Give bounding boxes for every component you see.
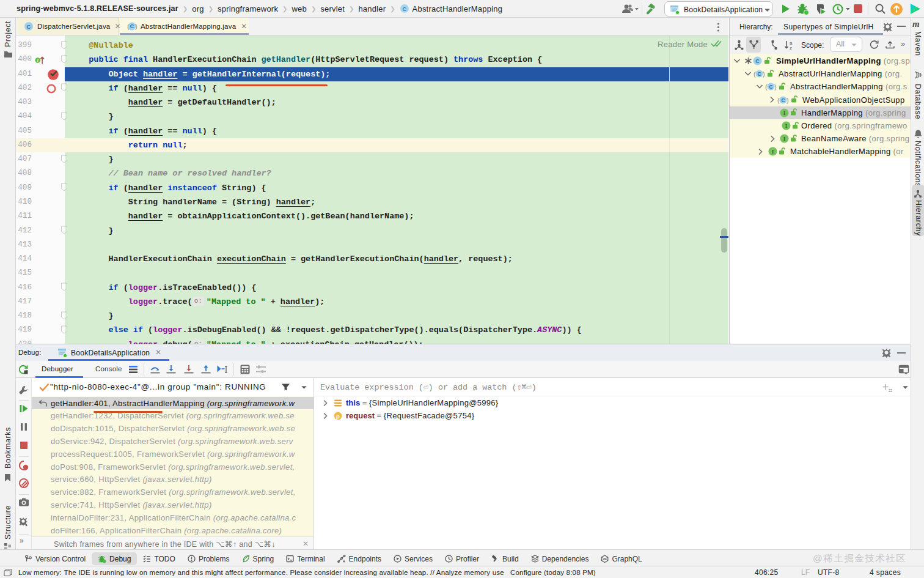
svg-text:(: ( xyxy=(777,96,780,103)
svg-text:(: ( xyxy=(754,70,756,78)
svg-text:I: I xyxy=(772,149,774,155)
svg-text:C: C xyxy=(769,84,772,90)
svg-text:I: I xyxy=(785,123,788,129)
svg-text:): ) xyxy=(774,83,777,91)
svg-text:): ) xyxy=(135,23,138,30)
svg-text:C: C xyxy=(402,6,406,12)
svg-text:(: ( xyxy=(765,83,768,91)
svg-text:I: I xyxy=(783,136,786,142)
svg-text:): ) xyxy=(787,96,789,103)
svg-text:I: I xyxy=(783,110,786,116)
svg-text:C: C xyxy=(755,58,760,64)
svg-text:): ) xyxy=(763,70,765,78)
svg-text:C: C xyxy=(27,23,31,30)
svg-text:C: C xyxy=(781,97,785,103)
svg-text:C: C xyxy=(130,23,134,29)
svg-text:C: C xyxy=(757,71,761,77)
svg-text:p: p xyxy=(336,413,340,420)
